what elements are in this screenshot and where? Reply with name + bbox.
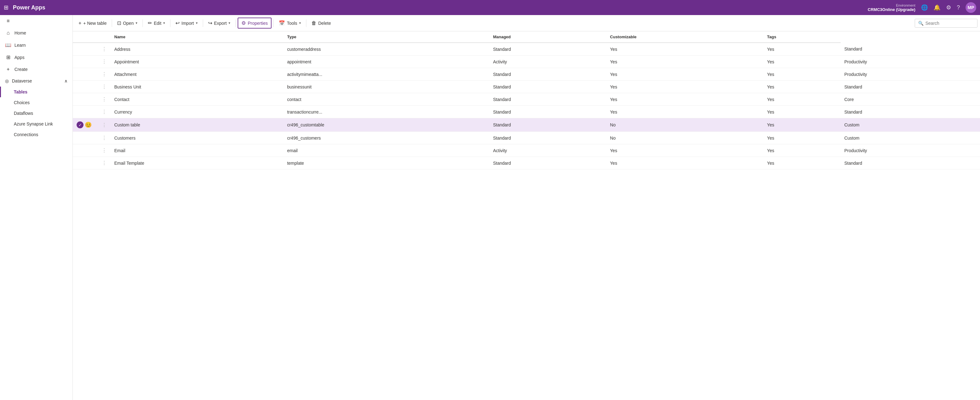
sidebar-collapse-button[interactable]: ≡ (0, 15, 73, 27)
export-chevron-icon: ▾ (229, 21, 231, 25)
open-button[interactable]: ⊡ Open ▾ (114, 18, 141, 28)
import-button[interactable]: ↩ Import ▾ (172, 18, 201, 28)
table-container: Name Type Managed Customizable Tags ⋮Add… (73, 32, 980, 400)
row-managed: Yes (606, 106, 763, 118)
delete-button[interactable]: 🗑 Delete (308, 19, 334, 28)
open-label: Open (123, 21, 134, 26)
row-type: Standard (489, 68, 606, 81)
table-row[interactable]: ⋮ContactcontactStandardYesYesCore (73, 93, 980, 106)
row-icons-cell (73, 144, 98, 157)
row-dots-menu[interactable]: ⋮ (98, 144, 110, 157)
tools-button[interactable]: 📅 Tools ▾ (275, 18, 304, 28)
edit-button[interactable]: ✏ Edit ▾ (145, 18, 168, 28)
row-icons: ✓😊 (76, 121, 94, 128)
sidebar-item-home[interactable]: ⌂ Home (0, 27, 73, 39)
col-customizable: Customizable (606, 32, 763, 43)
home-icon: ⌂ (5, 30, 11, 36)
row-name: Email Template (110, 157, 283, 170)
sidebar-create-label: Create (14, 67, 28, 72)
row-customizable: Yes (764, 68, 841, 81)
row-type: Standard (489, 157, 606, 170)
new-table-button[interactable]: + + New table (75, 19, 110, 28)
connections-label: Connections (14, 132, 38, 137)
row-name: Appointment (110, 56, 283, 68)
row-dots-menu[interactable]: ⋮ (98, 56, 110, 68)
row-tags: Productivity (841, 68, 980, 81)
main-area: + + New table ⊡ Open ▾ ✏ Edit ▾ ↩ Import… (73, 15, 980, 400)
environment-info[interactable]: Environment CRMC3Online (Upgrade) (868, 3, 915, 12)
row-logical-name: activitymimeatta... (283, 68, 489, 81)
row-tags: Standard (841, 106, 980, 118)
row-dots-menu[interactable]: ⋮ (98, 106, 110, 118)
row-logical-name: transactioncurre... (283, 106, 489, 118)
row-managed: Yes (606, 144, 763, 157)
row-name: Email (110, 144, 283, 157)
new-table-icon: + (78, 21, 81, 26)
sidebar: ≡ ⌂ Home 📖 Learn ⊞ Apps + Create ◎ Datav… (0, 15, 73, 400)
row-icons-cell (73, 56, 98, 68)
row-dots-menu[interactable]: ⋮ (98, 157, 110, 170)
apps-icon: ⊞ (5, 54, 11, 60)
row-tags: Custom (841, 118, 980, 132)
sidebar-item-create[interactable]: + Create (0, 63, 73, 75)
sidebar-item-choices[interactable]: Choices (0, 97, 73, 108)
import-chevron-icon: ▾ (196, 21, 198, 25)
table-row[interactable]: ⋮Attachmentactivitymimeatta...StandardYe… (73, 68, 980, 81)
table-body: ⋮AddresscustomeraddressStandardYesYesSta… (73, 43, 980, 170)
bell-icon[interactable]: 🔔 (934, 4, 940, 11)
dataverse-icon: ◎ (5, 78, 9, 83)
divider-3 (170, 19, 170, 27)
table-row[interactable]: ⋮Customerscr496_customersStandardNoYesCu… (73, 132, 980, 144)
sidebar-item-dataflows[interactable]: Dataflows (0, 108, 73, 119)
table-row[interactable]: ⋮Email TemplatetemplateStandardYesYesSta… (73, 157, 980, 170)
divider-4 (203, 19, 203, 27)
row-logical-name: businessunit (283, 81, 489, 93)
row-managed: No (606, 132, 763, 144)
row-icons-cell (73, 132, 98, 144)
row-dots-menu[interactable]: ⋮ (98, 68, 110, 81)
gear-icon[interactable]: ⚙ (946, 4, 951, 11)
apps-grid-icon[interactable]: ⊞ (4, 4, 8, 11)
sidebar-item-tables[interactable]: Tables (0, 87, 73, 97)
globe-icon[interactable]: 🌐 (921, 4, 928, 11)
sidebar-apps-label: Apps (14, 55, 24, 60)
row-type: Standard (489, 93, 606, 106)
row-customizable: Yes (764, 157, 841, 170)
row-icons-cell: ✓😊 (73, 118, 98, 132)
row-type: Standard (489, 81, 606, 93)
properties-button[interactable]: ⚙ Properties (238, 17, 272, 29)
row-dots-menu[interactable]: ⋮ (98, 118, 110, 132)
row-dots-menu[interactable]: ⋮ (98, 43, 110, 56)
row-dots-menu[interactable]: ⋮ (98, 93, 110, 106)
sidebar-dataverse-section[interactable]: ◎ Dataverse ∧ (0, 75, 73, 87)
row-dots-menu[interactable]: ⋮ (98, 132, 110, 144)
sidebar-item-connections[interactable]: Connections (0, 129, 73, 140)
col-icons (73, 32, 98, 43)
open-chevron-icon: ▾ (135, 21, 137, 25)
table-row[interactable]: ⋮EmailemailActivityYesYesProductivity (73, 144, 980, 157)
table-row[interactable]: ⋮Currencytransactioncurre...StandardYesY… (73, 106, 980, 118)
row-name: Attachment (110, 68, 283, 81)
row-managed: Yes (606, 81, 763, 93)
search-box[interactable]: 🔍 (915, 19, 977, 28)
table-row[interactable]: ⋮AddresscustomeraddressStandardYesYesSta… (73, 43, 980, 56)
table-row[interactable]: ⋮Business UnitbusinessunitStandardYesYes… (73, 81, 980, 93)
main-layout: ≡ ⌂ Home 📖 Learn ⊞ Apps + Create ◎ Datav… (0, 15, 980, 400)
search-input[interactable] (925, 21, 974, 26)
import-icon: ↩ (175, 20, 180, 26)
sidebar-item-azure-synapse[interactable]: Azure Synapse Link (0, 119, 73, 129)
table-row[interactable]: ✓😊⋮Custom tablecr496_customtableStandard… (73, 118, 980, 132)
export-button[interactable]: ↪ Export ▾ (205, 18, 234, 28)
sidebar-item-apps[interactable]: ⊞ Apps (0, 51, 73, 63)
row-icons-cell (73, 81, 98, 93)
row-dots-menu[interactable]: ⋮ (98, 81, 110, 93)
tables-table: Name Type Managed Customizable Tags ⋮Add… (73, 32, 980, 170)
row-type: Standard (489, 106, 606, 118)
chevron-up-icon: ∧ (64, 78, 67, 83)
row-icons-cell (73, 43, 98, 56)
table-row[interactable]: ⋮AppointmentappointmentActivityYesYesPro… (73, 56, 980, 68)
help-icon[interactable]: ? (957, 5, 960, 11)
row-tags: Productivity (841, 144, 980, 157)
sidebar-item-learn[interactable]: 📖 Learn (0, 39, 73, 51)
avatar[interactable]: MP (966, 2, 976, 13)
